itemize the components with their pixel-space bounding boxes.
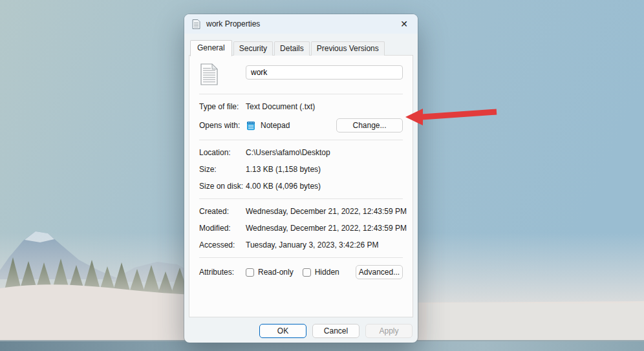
read-only-checkbox[interactable]: Read-only bbox=[246, 268, 294, 277]
type-of-file-value: Text Document (.txt) bbox=[246, 102, 315, 111]
size-value: 1.13 KB (1,158 bytes) bbox=[246, 165, 321, 174]
file-name-input[interactable] bbox=[246, 65, 403, 80]
tab-details[interactable]: Details bbox=[274, 41, 310, 56]
close-icon: ✕ bbox=[400, 19, 408, 29]
opens-with-app-name: Notepad bbox=[261, 121, 290, 130]
title-bar[interactable]: work Properties ✕ bbox=[184, 14, 418, 34]
ok-button[interactable]: OK bbox=[259, 324, 306, 338]
opens-with-label: Opens with: bbox=[199, 121, 246, 130]
document-icon bbox=[192, 19, 200, 29]
location-row: Location: C:\Users\afamo\Desktop bbox=[199, 147, 403, 158]
window-title: work Properties bbox=[206, 19, 260, 28]
hidden-checkbox[interactable]: Hidden bbox=[303, 268, 339, 277]
notepad-icon bbox=[246, 120, 256, 131]
tab-general[interactable]: General bbox=[190, 40, 232, 56]
modified-label: Modified: bbox=[199, 224, 246, 233]
properties-dialog: work Properties ✕ General Security Detai… bbox=[184, 14, 418, 343]
modified-row: Modified: Wednesday, December 21, 2022, … bbox=[199, 223, 403, 233]
dialog-footer: OK Cancel Apply bbox=[184, 317, 418, 343]
advanced-button[interactable]: Advanced... bbox=[356, 265, 403, 279]
accessed-value: Tuesday, January 3, 2023, 3:42:26 PM bbox=[246, 240, 378, 250]
created-row: Created: Wednesday, December 21, 2022, 1… bbox=[199, 206, 403, 217]
close-button[interactable]: ✕ bbox=[391, 14, 418, 34]
size-row: Size: 1.13 KB (1,158 bytes) bbox=[199, 164, 403, 175]
attributes-label: Attributes: bbox=[199, 268, 246, 277]
size-on-disk-value: 4.00 KB (4,096 bytes) bbox=[246, 182, 321, 191]
type-of-file-label: Type of file: bbox=[199, 102, 246, 111]
type-of-file-row: Type of file: Text Document (.txt) bbox=[199, 101, 403, 112]
location-value: C:\Users\afamo\Desktop bbox=[246, 148, 330, 157]
location-label: Location: bbox=[199, 148, 246, 157]
accessed-label: Accessed: bbox=[199, 240, 246, 250]
tab-strip: General Security Details Previous Versio… bbox=[189, 39, 413, 56]
separator bbox=[199, 257, 403, 258]
cancel-button[interactable]: Cancel bbox=[312, 324, 360, 338]
separator bbox=[199, 94, 403, 94]
opens-with-row: Opens with: bbox=[199, 118, 403, 133]
hidden-checkbox-label: Hidden bbox=[315, 268, 339, 277]
tab-previous-versions[interactable]: Previous Versions bbox=[311, 41, 385, 56]
change-button[interactable]: Change... bbox=[336, 118, 403, 133]
created-label: Created: bbox=[199, 207, 246, 216]
accessed-row: Accessed: Tuesday, January 3, 2023, 3:42… bbox=[199, 240, 403, 250]
size-on-disk-label: Size on disk: bbox=[199, 182, 246, 191]
created-value: Wednesday, December 21, 2022, 12:43:59 P… bbox=[246, 207, 407, 216]
annotation-arrow-icon bbox=[400, 102, 500, 129]
general-tab-page: Type of file: Text Document (.txt) Opens… bbox=[189, 55, 413, 317]
size-label: Size: bbox=[199, 165, 246, 174]
checkbox-box bbox=[246, 268, 254, 277]
apply-button[interactable]: Apply bbox=[365, 324, 413, 338]
modified-value: Wednesday, December 21, 2022, 12:43:59 P… bbox=[246, 224, 407, 233]
separator bbox=[199, 140, 403, 140]
attributes-row: Attributes: Read-only Hidden Advanced... bbox=[199, 265, 403, 279]
opens-with-app: Notepad bbox=[246, 120, 290, 131]
text-file-icon bbox=[199, 63, 246, 87]
file-name-row bbox=[199, 63, 403, 87]
tab-security[interactable]: Security bbox=[233, 41, 273, 56]
separator bbox=[199, 198, 403, 199]
size-on-disk-row: Size on disk: 4.00 KB (4,096 bytes) bbox=[199, 181, 403, 191]
checkbox-box bbox=[303, 268, 311, 277]
read-only-checkbox-label: Read-only bbox=[258, 268, 294, 277]
